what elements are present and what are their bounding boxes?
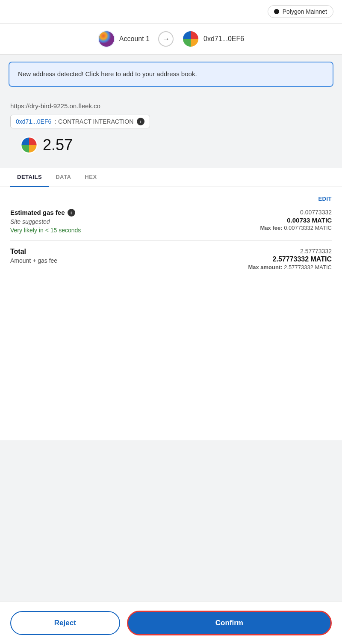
contract-info-icon[interactable]: i: [137, 118, 144, 125]
account-row: Account 1 → 0xd71...0EF6: [0, 24, 342, 55]
total-sublabel: Amount + gas fee: [10, 257, 57, 264]
total-amount-bold: 2.57773332 MATIC: [248, 255, 332, 263]
gas-fee-sublabel-italic: Site suggested: [10, 218, 81, 225]
reject-button[interactable]: Reject: [10, 611, 120, 635]
total-row: Total Amount + gas fee 2.57773332 2.5777…: [10, 248, 332, 270]
gas-fee-left: Estimated gas fee i Site suggested Very …: [10, 209, 81, 234]
total-label: Total: [10, 248, 57, 255]
gas-fee-max: Max fee: 0.00773332 MATIC: [260, 225, 332, 231]
contract-address: 0xd71...0EF6: [16, 118, 51, 125]
banner-text: New address detected! Click here to add …: [18, 70, 197, 77]
footer: Reject Confirm: [0, 602, 342, 644]
gas-fee-label: Estimated gas fee i: [10, 209, 81, 217]
total-right: 2.57773332 2.57773332 MATIC Max amount: …: [248, 248, 332, 270]
gas-fee-right: 0.00773332 0.00733 MATIC Max fee: 0.0077…: [260, 209, 332, 231]
contract-badge[interactable]: 0xd71...0EF6 : CONTRACT INTERACTION i: [10, 115, 150, 128]
network-dot-icon: [274, 9, 279, 14]
from-account-avatar: [98, 30, 115, 47]
tab-details[interactable]: DETAILS: [10, 168, 49, 187]
gas-fee-max-label: Max fee:: [260, 225, 283, 231]
tabs-bar: DETAILS DATA HEX: [0, 168, 342, 187]
to-account: 0xd71...0EF6: [182, 30, 244, 47]
site-info: https://dry-bird-9225.on.fleek.co 0xd71.…: [0, 94, 342, 168]
transfer-arrow-icon: →: [158, 31, 174, 47]
edit-link[interactable]: EDIT: [10, 196, 332, 202]
to-account-label: 0xd71...0EF6: [203, 35, 244, 43]
divider: [10, 240, 332, 241]
amount-row: 2.57: [10, 134, 332, 161]
amount-token-avatar: [21, 137, 38, 154]
to-account-avatar: [182, 30, 199, 47]
confirm-button[interactable]: Confirm: [127, 611, 332, 635]
tab-data[interactable]: DATA: [49, 168, 78, 187]
network-label: Polygon Mainnet: [283, 8, 327, 15]
details-panel: EDIT Estimated gas fee i Site suggested …: [0, 187, 342, 440]
total-amount-small: 2.57773332: [248, 248, 332, 255]
total-left: Total Amount + gas fee: [10, 248, 57, 264]
from-account-label: Account 1: [119, 35, 150, 43]
gas-fee-amount-bold: 0.00733 MATIC: [260, 217, 332, 224]
site-url: https://dry-bird-9225.on.fleek.co: [10, 102, 332, 110]
new-address-banner[interactable]: New address detected! Click here to add …: [9, 62, 333, 87]
total-max-label: Max amount:: [248, 264, 282, 270]
total-max: Max amount: 2.57773332 MATIC: [248, 264, 332, 270]
edit-button[interactable]: EDIT: [318, 196, 332, 202]
gas-fee-sublabel-green: Very likely in < 15 seconds: [10, 227, 81, 234]
gas-fee-info-icon[interactable]: i: [68, 209, 75, 217]
top-bar: Polygon Mainnet: [0, 0, 342, 24]
gas-fee-row: Estimated gas fee i Site suggested Very …: [10, 209, 332, 234]
network-badge[interactable]: Polygon Mainnet: [268, 5, 333, 18]
total-max-value: 2.57773332 MATIC: [284, 264, 332, 270]
gas-fee-amount-small: 0.00773332: [260, 209, 332, 216]
amount-value: 2.57: [43, 136, 73, 154]
tab-hex[interactable]: HEX: [78, 168, 103, 187]
spacer: [0, 440, 342, 602]
gas-fee-max-value: 0.00773332 MATIC: [284, 225, 332, 231]
contract-type: : CONTRACT INTERACTION: [55, 118, 133, 125]
svg-point-1: [99, 31, 114, 47]
from-account: Account 1: [98, 30, 150, 47]
